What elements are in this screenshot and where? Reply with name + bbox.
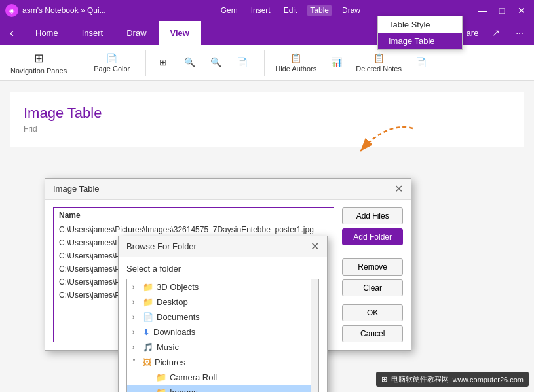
expand-button[interactable]: ↗ bbox=[487, 24, 505, 42]
toolbar-separator-1 bbox=[83, 50, 83, 76]
minimize-button[interactable]: — bbox=[475, 3, 489, 18]
folder-icon-dl: ⬇ bbox=[143, 327, 150, 337]
tab-insert[interactable]: Insert bbox=[70, 21, 115, 45]
zoom-out-icon: 🔍 bbox=[184, 57, 195, 67]
expand-arrow-desktop: › bbox=[132, 298, 142, 306]
tree-item-images[interactable]: 📁 Images bbox=[127, 385, 318, 392]
tree-scrollbar[interactable] bbox=[311, 279, 318, 392]
menu-draw[interactable]: Draw bbox=[339, 5, 363, 16]
image-table-buttons: Add Files Add Folder Remove Clear OK Can… bbox=[342, 207, 403, 342]
toolbar-group-view: ⊞ 🔍 🔍 📄 bbox=[151, 54, 254, 71]
titlebar-controls: — □ ✕ bbox=[475, 3, 529, 18]
folder-tree[interactable]: › 📁 3D Objects › 📁 Desktop › 📄 Documents… bbox=[126, 279, 319, 392]
tree-label-3d: 3D Objects bbox=[157, 282, 199, 292]
tab-view[interactable]: View bbox=[159, 21, 201, 45]
zoom-in-icon: 🔍 bbox=[210, 57, 221, 67]
tree-item-documents[interactable]: › 📄 Documents bbox=[127, 310, 318, 325]
page-date: Frid bbox=[24, 124, 510, 134]
file-list-item-0[interactable]: C:\Users\james\Pictures\Images\32614575_… bbox=[54, 223, 334, 236]
folder-icon-camera: 📁 bbox=[156, 372, 166, 382]
extra-button[interactable]: 📄 bbox=[410, 54, 433, 71]
content-area: Image Table Frid Image Table ✕ Name C:\U… bbox=[0, 81, 534, 392]
tree-label-camera: Camera Roll bbox=[170, 372, 217, 382]
tree-label-images: Images bbox=[170, 387, 198, 392]
browse-folder-dialog: Browse For Folder ✕ Select a folder › 📁 … bbox=[118, 236, 328, 392]
tree-label-pics: Pictures bbox=[155, 357, 185, 367]
tree-item-downloads[interactable]: › ⬇ Downloads bbox=[127, 325, 318, 340]
share-button[interactable]: are bbox=[463, 24, 482, 42]
tree-item-3d-objects[interactable]: › 📁 3D Objects bbox=[127, 279, 318, 294]
browse-dialog-title: Browse For Folder bbox=[126, 241, 197, 251]
page-view-button[interactable]: 📄 bbox=[230, 54, 254, 71]
menu-edit[interactable]: Edit bbox=[281, 5, 300, 16]
menu-gem[interactable]: Gem bbox=[218, 5, 240, 16]
add-files-button[interactable]: Add Files bbox=[342, 207, 403, 224]
expand-arrow-pics: ˅ bbox=[132, 359, 142, 366]
navigation-panes-label: Navigation Panes bbox=[10, 67, 67, 75]
titlebar-left: ◈ asm's Notebook » Qui... bbox=[5, 4, 106, 17]
toolbar-group-nav: ⊞ Navigation Panes bbox=[5, 48, 72, 77]
zoom-out-button[interactable]: 🔍 bbox=[178, 54, 201, 71]
folder-icon-pics: 🖼 bbox=[143, 357, 151, 367]
folder-icon-3d: 📁 bbox=[143, 282, 153, 292]
toolbar: ⊞ Navigation Panes 📄 Page Color ⊞ 🔍 🔍 📄 … bbox=[0, 45, 534, 81]
titlebar-title: asm's Notebook » Qui... bbox=[22, 6, 106, 15]
hide-authors-icon: 📋 bbox=[290, 53, 301, 63]
tab-draw[interactable]: Draw bbox=[115, 21, 158, 45]
menu-insert[interactable]: Insert bbox=[248, 5, 273, 16]
watermark-site-label: 电脑软硬件教程网 bbox=[391, 374, 449, 384]
toolbar-group-authors: 📋 Hide Authors 📊 📋 Deleted Notes 📄 bbox=[270, 50, 433, 75]
tree-item-desktop[interactable]: › 📁 Desktop bbox=[127, 294, 318, 310]
deleted-notes-icon: 📋 bbox=[373, 53, 385, 63]
tree-item-camera-roll[interactable]: 📁 Camera Roll bbox=[127, 370, 318, 385]
tree-label-dl: Downloads bbox=[153, 327, 195, 337]
more-button[interactable]: ··· bbox=[510, 24, 529, 42]
page-color-icon: 📄 bbox=[106, 53, 117, 63]
image-table-dialog-title: Image Table bbox=[53, 184, 100, 194]
close-button[interactable]: ✕ bbox=[514, 3, 529, 18]
maximize-button[interactable]: □ bbox=[495, 3, 509, 18]
menu-table[interactable]: Table bbox=[307, 5, 332, 16]
tab-home[interactable]: Home bbox=[24, 21, 70, 45]
browse-dialog-titlebar: Browse For Folder ✕ bbox=[119, 236, 327, 257]
win-logo: ⊞ bbox=[381, 375, 387, 383]
folder-icon-docs: 📄 bbox=[143, 312, 153, 322]
tree-label-docs: Documents bbox=[157, 312, 200, 322]
expand-arrow-docs: › bbox=[132, 313, 142, 321]
hide-authors-button[interactable]: 📋 Hide Authors bbox=[270, 50, 322, 75]
tree-item-pictures[interactable]: ˅ 🖼 Pictures bbox=[127, 355, 318, 370]
add-folder-button[interactable]: Add Folder bbox=[342, 228, 403, 245]
remove-button[interactable]: Remove bbox=[342, 258, 403, 276]
navigation-panes-button[interactable]: ⊞ Navigation Panes bbox=[5, 48, 72, 77]
tree-label-music: Music bbox=[157, 342, 179, 352]
page-color-label: Page Color bbox=[94, 65, 130, 73]
zoom-in-button[interactable]: 🔍 bbox=[204, 54, 227, 71]
image-table-ok-button[interactable]: OK bbox=[342, 304, 403, 321]
expand-arrow-dl: › bbox=[132, 329, 142, 336]
image-table-cancel-button[interactable]: Cancel bbox=[342, 325, 403, 342]
spacer bbox=[342, 249, 403, 255]
onenote-page: Image Table Frid bbox=[10, 92, 524, 147]
page-color-button[interactable]: 📄 Page Color bbox=[88, 50, 135, 75]
clear-button[interactable]: Clear bbox=[342, 279, 403, 296]
deleted-notes-label: Deleted Notes bbox=[356, 65, 402, 73]
folder-icon-images: 📁 bbox=[156, 387, 166, 392]
extra-icon: 📄 bbox=[415, 57, 427, 67]
tree-item-music[interactable]: › 🎵 Music bbox=[127, 340, 318, 355]
file-list-header: Name bbox=[54, 208, 334, 223]
table-icon: 📊 bbox=[331, 57, 342, 67]
image-table-dialog-titlebar: Image Table ✕ bbox=[45, 179, 411, 200]
deleted-notes-button[interactable]: 📋 Deleted Notes bbox=[351, 50, 407, 75]
toolbar-separator-2 bbox=[145, 50, 146, 76]
image-table-dialog-close[interactable]: ✕ bbox=[394, 183, 403, 195]
context-menu-table-style[interactable]: Table Style bbox=[378, 16, 462, 33]
browse-dialog-close[interactable]: ✕ bbox=[311, 240, 319, 253]
watermark: ⊞ 电脑软硬件教程网 www.computer26.com bbox=[376, 372, 529, 387]
hide-authors-label: Hide Authors bbox=[275, 65, 316, 73]
tree-label-desktop: Desktop bbox=[157, 297, 188, 307]
expand-arrow-music: › bbox=[132, 344, 142, 351]
ribbon-back-button[interactable]: ‹ bbox=[0, 21, 24, 45]
grid-button[interactable]: ⊞ bbox=[151, 54, 175, 71]
context-menu-image-table[interactable]: Image Table bbox=[378, 33, 462, 49]
table-icon-button[interactable]: 📊 bbox=[324, 54, 348, 71]
